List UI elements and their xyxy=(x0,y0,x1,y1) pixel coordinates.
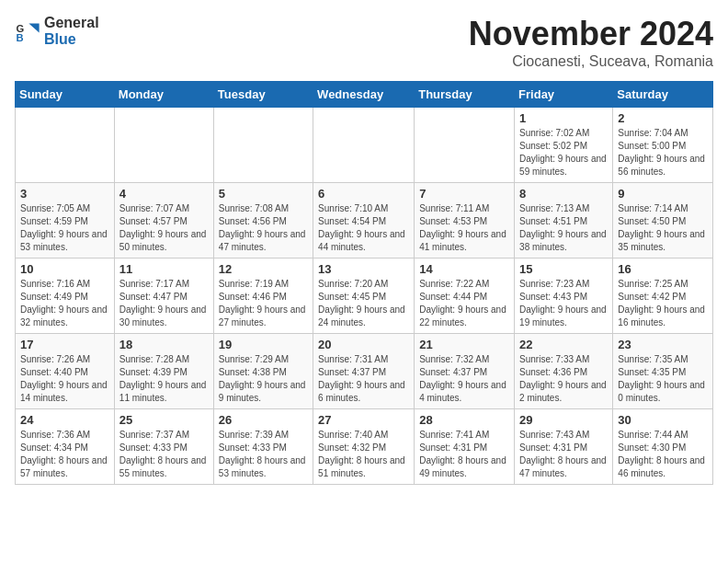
calendar-cell: 11Sunrise: 7:17 AM Sunset: 4:47 PM Dayli… xyxy=(114,259,213,334)
weekday-header: Wednesday xyxy=(313,82,415,108)
calendar-week-row: 10Sunrise: 7:16 AM Sunset: 4:49 PM Dayli… xyxy=(16,259,713,334)
calendar-cell: 21Sunrise: 7:32 AM Sunset: 4:37 PM Dayli… xyxy=(415,334,515,409)
day-number: 23 xyxy=(618,338,708,351)
day-detail: Sunrise: 7:40 AM Sunset: 4:32 PM Dayligh… xyxy=(318,429,409,480)
day-number: 17 xyxy=(20,338,109,351)
calendar-cell: 24Sunrise: 7:36 AM Sunset: 4:34 PM Dayli… xyxy=(16,409,115,485)
calendar-cell xyxy=(16,108,115,183)
day-detail: Sunrise: 7:16 AM Sunset: 4:49 PM Dayligh… xyxy=(20,278,109,329)
calendar-cell: 25Sunrise: 7:37 AM Sunset: 4:33 PM Dayli… xyxy=(114,409,213,485)
calendar-cell: 4Sunrise: 7:07 AM Sunset: 4:57 PM Daylig… xyxy=(114,183,213,259)
day-number: 18 xyxy=(119,338,209,351)
day-detail: Sunrise: 7:10 AM Sunset: 4:54 PM Dayligh… xyxy=(318,202,409,254)
calendar-cell: 29Sunrise: 7:43 AM Sunset: 4:31 PM Dayli… xyxy=(515,409,613,485)
calendar-cell: 9Sunrise: 7:14 AM Sunset: 4:50 PM Daylig… xyxy=(613,183,713,259)
weekday-header: Thursday xyxy=(415,82,515,108)
day-number: 26 xyxy=(219,413,308,427)
day-detail: Sunrise: 7:44 AM Sunset: 4:30 PM Dayligh… xyxy=(618,429,708,480)
day-detail: Sunrise: 7:07 AM Sunset: 4:57 PM Dayligh… xyxy=(119,202,209,254)
calendar-cell: 8Sunrise: 7:13 AM Sunset: 4:51 PM Daylig… xyxy=(515,183,613,259)
logo-icon: G B xyxy=(15,18,40,44)
calendar-cell: 12Sunrise: 7:19 AM Sunset: 4:46 PM Dayli… xyxy=(213,259,313,334)
day-detail: Sunrise: 7:02 AM Sunset: 5:02 PM Dayligh… xyxy=(519,127,608,178)
day-detail: Sunrise: 7:35 AM Sunset: 4:35 PM Dayligh… xyxy=(618,353,708,405)
day-number: 1 xyxy=(519,111,608,125)
calendar-cell: 18Sunrise: 7:28 AM Sunset: 4:39 PM Dayli… xyxy=(114,334,213,409)
day-detail: Sunrise: 7:25 AM Sunset: 4:42 PM Dayligh… xyxy=(618,278,708,329)
calendar-cell: 7Sunrise: 7:11 AM Sunset: 4:53 PM Daylig… xyxy=(415,183,515,259)
calendar-week-row: 3Sunrise: 7:05 AM Sunset: 4:59 PM Daylig… xyxy=(16,183,713,259)
day-detail: Sunrise: 7:11 AM Sunset: 4:53 PM Dayligh… xyxy=(419,202,509,254)
day-number: 5 xyxy=(219,187,308,201)
day-detail: Sunrise: 7:32 AM Sunset: 4:37 PM Dayligh… xyxy=(419,353,509,405)
calendar-week-row: 1Sunrise: 7:02 AM Sunset: 5:02 PM Daylig… xyxy=(16,108,713,183)
day-number: 3 xyxy=(20,187,109,201)
day-detail: Sunrise: 7:37 AM Sunset: 4:33 PM Dayligh… xyxy=(119,429,209,480)
calendar-subtitle: Ciocanesti, Suceava, Romania xyxy=(469,53,713,70)
header: G B General Blue November 2024 Ciocanest… xyxy=(15,15,713,70)
day-detail: Sunrise: 7:23 AM Sunset: 4:43 PM Dayligh… xyxy=(519,278,608,329)
day-detail: Sunrise: 7:13 AM Sunset: 4:51 PM Dayligh… xyxy=(519,202,608,254)
svg-text:B: B xyxy=(16,32,23,43)
day-detail: Sunrise: 7:08 AM Sunset: 4:56 PM Dayligh… xyxy=(219,202,308,254)
weekday-header: Sunday xyxy=(16,82,115,108)
calendar-cell xyxy=(213,108,313,183)
calendar-cell: 3Sunrise: 7:05 AM Sunset: 4:59 PM Daylig… xyxy=(16,183,115,259)
day-detail: Sunrise: 7:20 AM Sunset: 4:45 PM Dayligh… xyxy=(318,278,409,329)
day-number: 21 xyxy=(419,338,509,351)
logo-line2: Blue xyxy=(44,31,99,48)
calendar-cell: 6Sunrise: 7:10 AM Sunset: 4:54 PM Daylig… xyxy=(313,183,415,259)
logo-line1: General xyxy=(44,15,99,31)
weekday-header: Friday xyxy=(515,82,613,108)
day-number: 27 xyxy=(318,413,409,427)
day-number: 15 xyxy=(519,262,608,276)
day-number: 29 xyxy=(519,413,608,427)
day-detail: Sunrise: 7:14 AM Sunset: 4:50 PM Dayligh… xyxy=(618,202,708,254)
calendar-cell: 26Sunrise: 7:39 AM Sunset: 4:33 PM Dayli… xyxy=(213,409,313,485)
day-detail: Sunrise: 7:43 AM Sunset: 4:31 PM Dayligh… xyxy=(519,429,608,480)
day-detail: Sunrise: 7:36 AM Sunset: 4:34 PM Dayligh… xyxy=(20,429,109,480)
calendar-week-row: 17Sunrise: 7:26 AM Sunset: 4:40 PM Dayli… xyxy=(16,334,713,409)
calendar-cell: 30Sunrise: 7:44 AM Sunset: 4:30 PM Dayli… xyxy=(613,409,713,485)
day-detail: Sunrise: 7:04 AM Sunset: 5:00 PM Dayligh… xyxy=(618,127,708,178)
calendar-week-row: 24Sunrise: 7:36 AM Sunset: 4:34 PM Dayli… xyxy=(16,409,713,485)
calendar-cell: 19Sunrise: 7:29 AM Sunset: 4:38 PM Dayli… xyxy=(213,334,313,409)
day-number: 13 xyxy=(318,262,409,276)
weekday-header-row: SundayMondayTuesdayWednesdayThursdayFrid… xyxy=(16,82,713,108)
day-number: 14 xyxy=(419,262,509,276)
day-detail: Sunrise: 7:28 AM Sunset: 4:39 PM Dayligh… xyxy=(119,353,209,405)
calendar-cell: 2Sunrise: 7:04 AM Sunset: 5:00 PM Daylig… xyxy=(613,108,713,183)
calendar-table: SundayMondayTuesdayWednesdayThursdayFrid… xyxy=(15,81,713,485)
day-number: 7 xyxy=(419,187,509,201)
calendar-cell: 5Sunrise: 7:08 AM Sunset: 4:56 PM Daylig… xyxy=(213,183,313,259)
weekday-header: Tuesday xyxy=(213,82,313,108)
day-number: 11 xyxy=(119,262,209,276)
calendar-title: November 2024 xyxy=(469,15,713,53)
day-number: 12 xyxy=(219,262,308,276)
day-detail: Sunrise: 7:22 AM Sunset: 4:44 PM Dayligh… xyxy=(419,278,509,329)
weekday-header: Saturday xyxy=(613,82,713,108)
title-section: November 2024 Ciocanesti, Suceava, Roman… xyxy=(469,15,713,70)
day-number: 8 xyxy=(519,187,608,201)
day-number: 28 xyxy=(419,413,509,427)
day-detail: Sunrise: 7:19 AM Sunset: 4:46 PM Dayligh… xyxy=(219,278,308,329)
day-detail: Sunrise: 7:41 AM Sunset: 4:31 PM Dayligh… xyxy=(419,429,509,480)
day-detail: Sunrise: 7:05 AM Sunset: 4:59 PM Dayligh… xyxy=(20,202,109,254)
day-detail: Sunrise: 7:31 AM Sunset: 4:37 PM Dayligh… xyxy=(318,353,409,405)
day-number: 4 xyxy=(119,187,209,201)
day-number: 24 xyxy=(20,413,109,427)
day-detail: Sunrise: 7:26 AM Sunset: 4:40 PM Dayligh… xyxy=(20,353,109,405)
day-number: 22 xyxy=(519,338,608,351)
calendar-cell xyxy=(313,108,415,183)
day-number: 20 xyxy=(318,338,409,351)
weekday-header: Monday xyxy=(114,82,213,108)
day-detail: Sunrise: 7:39 AM Sunset: 4:33 PM Dayligh… xyxy=(219,429,308,480)
calendar-cell: 14Sunrise: 7:22 AM Sunset: 4:44 PM Dayli… xyxy=(415,259,515,334)
day-number: 6 xyxy=(318,187,409,201)
calendar-cell xyxy=(114,108,213,183)
day-number: 9 xyxy=(618,187,708,201)
svg-marker-1 xyxy=(28,24,39,33)
day-number: 25 xyxy=(119,413,209,427)
calendar-cell: 16Sunrise: 7:25 AM Sunset: 4:42 PM Dayli… xyxy=(613,259,713,334)
calendar-cell: 13Sunrise: 7:20 AM Sunset: 4:45 PM Dayli… xyxy=(313,259,415,334)
